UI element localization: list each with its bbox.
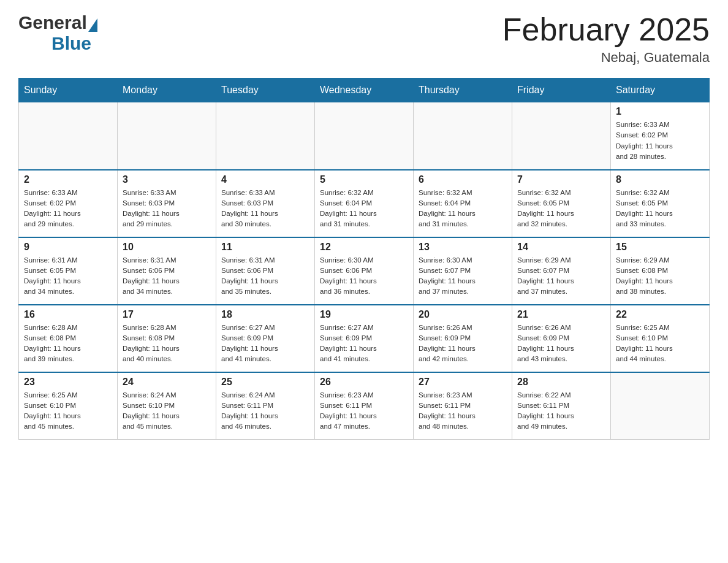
day-info: Sunrise: 6:33 AMSunset: 6:03 PMDaylight:… [221,188,309,230]
calendar-header-row: Sunday Monday Tuesday Wednesday Thursday… [19,79,710,102]
calendar-week-row: 9Sunrise: 6:31 AMSunset: 6:05 PMDaylight… [19,237,710,305]
calendar-week-row: 2Sunrise: 6:33 AMSunset: 6:02 PMDaylight… [19,170,710,237]
table-row [414,102,512,170]
table-row: 23Sunrise: 6:25 AMSunset: 6:10 PMDayligh… [19,372,118,440]
logo: General Blue [18,12,97,54]
table-row: 7Sunrise: 6:32 AMSunset: 6:05 PMDaylight… [512,170,611,237]
table-row: 13Sunrise: 6:30 AMSunset: 6:07 PMDayligh… [414,237,512,305]
table-row: 6Sunrise: 6:32 AMSunset: 6:04 PMDaylight… [414,170,512,237]
table-row: 18Sunrise: 6:27 AMSunset: 6:09 PMDayligh… [216,305,315,372]
day-info: Sunrise: 6:32 AMSunset: 6:05 PMDaylight:… [616,188,704,230]
day-info: Sunrise: 6:32 AMSunset: 6:05 PMDaylight:… [517,188,605,230]
day-number: 23 [24,377,112,388]
col-sunday: Sunday [19,79,118,102]
day-info: Sunrise: 6:26 AMSunset: 6:09 PMDaylight:… [517,323,605,365]
col-friday: Friday [512,79,611,102]
day-info: Sunrise: 6:33 AMSunset: 6:02 PMDaylight:… [616,120,704,162]
col-saturday: Saturday [611,79,710,102]
col-tuesday: Tuesday [216,79,315,102]
table-row: 8Sunrise: 6:32 AMSunset: 6:05 PMDaylight… [611,170,710,237]
day-info: Sunrise: 6:33 AMSunset: 6:02 PMDaylight:… [24,188,112,230]
table-row [512,102,611,170]
table-row [216,102,315,170]
table-row: 25Sunrise: 6:24 AMSunset: 6:11 PMDayligh… [216,372,315,440]
day-info: Sunrise: 6:24 AMSunset: 6:10 PMDaylight:… [123,390,211,432]
day-number: 15 [616,242,704,253]
table-row: 5Sunrise: 6:32 AMSunset: 6:04 PMDaylight… [315,170,414,237]
day-number: 22 [616,309,704,320]
col-wednesday: Wednesday [315,79,414,102]
page-header: General Blue February 2025 Nebaj, Guatem… [18,12,710,66]
table-row [19,102,118,170]
day-number: 6 [419,174,507,185]
table-row [315,102,414,170]
col-thursday: Thursday [414,79,512,102]
day-info: Sunrise: 6:32 AMSunset: 6:04 PMDaylight:… [320,188,408,230]
day-number: 12 [320,242,408,253]
day-info: Sunrise: 6:26 AMSunset: 6:09 PMDaylight:… [419,323,507,365]
day-info: Sunrise: 6:23 AMSunset: 6:11 PMDaylight:… [419,390,507,432]
day-number: 3 [123,174,211,185]
day-info: Sunrise: 6:29 AMSunset: 6:08 PMDaylight:… [616,255,704,297]
day-info: Sunrise: 6:31 AMSunset: 6:06 PMDaylight:… [123,255,211,297]
table-row: 21Sunrise: 6:26 AMSunset: 6:09 PMDayligh… [512,305,611,372]
day-number: 11 [221,242,309,253]
table-row: 2Sunrise: 6:33 AMSunset: 6:02 PMDaylight… [19,170,118,237]
table-row: 14Sunrise: 6:29 AMSunset: 6:07 PMDayligh… [512,237,611,305]
table-row: 24Sunrise: 6:24 AMSunset: 6:10 PMDayligh… [118,372,216,440]
day-info: Sunrise: 6:25 AMSunset: 6:10 PMDaylight:… [616,323,704,365]
day-number: 18 [221,309,309,320]
day-number: 21 [517,309,605,320]
calendar-week-row: 23Sunrise: 6:25 AMSunset: 6:10 PMDayligh… [19,372,710,440]
day-number: 2 [24,174,112,185]
table-row: 9Sunrise: 6:31 AMSunset: 6:05 PMDaylight… [19,237,118,305]
day-info: Sunrise: 6:31 AMSunset: 6:06 PMDaylight:… [221,255,309,297]
table-row: 19Sunrise: 6:27 AMSunset: 6:09 PMDayligh… [315,305,414,372]
day-number: 19 [320,309,408,320]
table-row: 12Sunrise: 6:30 AMSunset: 6:06 PMDayligh… [315,237,414,305]
day-number: 10 [123,242,211,253]
table-row [611,372,710,440]
day-number: 5 [320,174,408,185]
table-row [118,102,216,170]
day-number: 26 [320,377,408,388]
day-info: Sunrise: 6:27 AMSunset: 6:09 PMDaylight:… [320,323,408,365]
day-info: Sunrise: 6:28 AMSunset: 6:08 PMDaylight:… [123,323,211,365]
table-row: 27Sunrise: 6:23 AMSunset: 6:11 PMDayligh… [414,372,512,440]
table-row: 3Sunrise: 6:33 AMSunset: 6:03 PMDaylight… [118,170,216,237]
logo-blue-text: Blue [51,33,91,53]
day-info: Sunrise: 6:32 AMSunset: 6:04 PMDaylight:… [419,188,507,230]
day-number: 16 [24,309,112,320]
day-info: Sunrise: 6:30 AMSunset: 6:07 PMDaylight:… [419,255,507,297]
day-number: 8 [616,174,704,185]
table-row: 17Sunrise: 6:28 AMSunset: 6:08 PMDayligh… [118,305,216,372]
day-number: 7 [517,174,605,185]
day-number: 14 [517,242,605,253]
day-info: Sunrise: 6:28 AMSunset: 6:08 PMDaylight:… [24,323,112,365]
day-info: Sunrise: 6:23 AMSunset: 6:11 PMDaylight:… [320,390,408,432]
table-row: 4Sunrise: 6:33 AMSunset: 6:03 PMDaylight… [216,170,315,237]
day-number: 20 [419,309,507,320]
table-row: 10Sunrise: 6:31 AMSunset: 6:06 PMDayligh… [118,237,216,305]
day-number: 13 [419,242,507,253]
table-row: 11Sunrise: 6:31 AMSunset: 6:06 PMDayligh… [216,237,315,305]
day-info: Sunrise: 6:31 AMSunset: 6:05 PMDaylight:… [24,255,112,297]
table-row: 26Sunrise: 6:23 AMSunset: 6:11 PMDayligh… [315,372,414,440]
day-number: 17 [123,309,211,320]
day-number: 4 [221,174,309,185]
day-info: Sunrise: 6:24 AMSunset: 6:11 PMDaylight:… [221,390,309,432]
table-row: 15Sunrise: 6:29 AMSunset: 6:08 PMDayligh… [611,237,710,305]
day-info: Sunrise: 6:33 AMSunset: 6:03 PMDaylight:… [123,188,211,230]
day-number: 24 [123,377,211,388]
day-info: Sunrise: 6:27 AMSunset: 6:09 PMDaylight:… [221,323,309,365]
day-number: 1 [616,106,704,117]
day-number: 27 [419,377,507,388]
day-info: Sunrise: 6:29 AMSunset: 6:07 PMDaylight:… [517,255,605,297]
day-number: 25 [221,377,309,388]
day-number: 9 [24,242,112,253]
table-row: 1Sunrise: 6:33 AMSunset: 6:02 PMDaylight… [611,102,710,170]
table-row: 16Sunrise: 6:28 AMSunset: 6:08 PMDayligh… [19,305,118,372]
day-number: 28 [517,377,605,388]
calendar-table: Sunday Monday Tuesday Wednesday Thursday… [18,78,710,440]
day-info: Sunrise: 6:30 AMSunset: 6:06 PMDaylight:… [320,255,408,297]
